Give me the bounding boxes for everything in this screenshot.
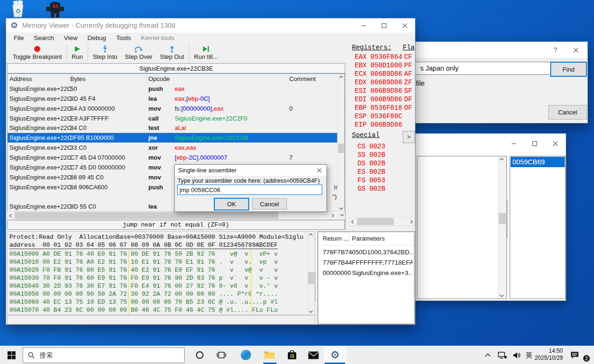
help-icon[interactable]: ? xyxy=(551,46,560,54)
volume-icon[interactable] xyxy=(510,346,524,364)
cheat-engine-64-desktop-icon[interactable]: 64 xyxy=(44,1,66,18)
minimize-icon[interactable] xyxy=(504,137,524,151)
hexadecimal-view[interactable]: Protect:Read Only AllocationBase=0037000… xyxy=(7,231,315,315)
file-explorer-icon[interactable] xyxy=(259,346,280,364)
menu-item-view[interactable]: View xyxy=(64,34,78,41)
stack-col-parameters[interactable]: Parameters xyxy=(352,235,385,242)
recycle-bin-icon[interactable]: ♻ xyxy=(8,0,28,18)
menu-item-debug[interactable]: Debug xyxy=(88,34,106,41)
start-button[interactable] xyxy=(0,346,23,364)
disasm-row[interactable]: SiglusEngine.exe+22CE8 A3F7FFFFcallSiglu… xyxy=(8,113,337,123)
hex-row[interactable]: 00A15070 40 B4 23 6C 00 00 00 00 B0 46 4… xyxy=(9,307,278,314)
step-out-button[interactable]: Step Out xyxy=(156,43,188,63)
current-address-bar[interactable]: SiglusEngine.exe+22CB3E xyxy=(7,63,345,73)
hex-row[interactable]: 00A15000 A0 DE 91 76 40 E0 91 76 80 DE 9… xyxy=(9,251,278,258)
segment-ds[interactable]: DS 002B xyxy=(358,160,385,167)
register-esp[interactable]: ESP 0536F80C xyxy=(355,113,402,120)
cheat-engine-taskbar-icon[interactable]: ⚙ xyxy=(324,346,346,364)
hex-row[interactable]: 00A15010 00 E2 91 76 A0 E2 91 76 10 E1 9… xyxy=(9,259,278,266)
maximize-icon[interactable] xyxy=(374,18,394,32)
segment-es[interactable]: ES 002B xyxy=(358,168,385,176)
taskbar-search-box[interactable]: 搜索 xyxy=(23,348,185,363)
mail-icon[interactable] xyxy=(303,346,324,364)
run-button[interactable]: Run xyxy=(68,43,87,63)
segment-cs[interactable]: CS 0023 xyxy=(358,143,385,150)
stack-col-return[interactable]: Return ... xyxy=(323,235,349,242)
register-edx[interactable]: EDX 006B9D86 xyxy=(355,79,402,86)
minimize-icon[interactable] xyxy=(353,18,374,32)
register-ebx[interactable]: EBX 050D1000 xyxy=(355,62,402,69)
tray-expand-icon[interactable] xyxy=(480,346,495,364)
hex-row[interactable]: 00A15030 70 F0 91 76 60 E9 91 76 F0 E9 9… xyxy=(9,275,278,282)
disasm-row[interactable]: SiglusEngine.exe+22C8D 45 F4leaeax,[ebp-… xyxy=(8,94,337,104)
register-panel-splitter[interactable] xyxy=(345,73,348,229)
stack-parameters[interactable]: SiglusEngine.exe+3... xyxy=(352,269,413,276)
registers-horizontal-scrollbar[interactable] xyxy=(349,217,415,226)
disassembly-vertical-scrollbar[interactable] xyxy=(337,74,344,211)
address-list-item-selected[interactable]: 0059CB69 xyxy=(511,157,565,167)
disasm-row[interactable]: SiglusEngine.exe+22CC7 45 D4 07000000mov… xyxy=(8,153,337,162)
register-ebp[interactable]: EBP 0536F818 xyxy=(355,104,402,112)
ok-button[interactable]: OK xyxy=(214,198,249,210)
edge-browser-icon[interactable] xyxy=(236,346,256,364)
cortana-button[interactable] xyxy=(189,346,210,364)
stack-parameters[interactable]: FFFFFFFF,77718EFA,... xyxy=(352,259,413,266)
address-list-pane[interactable]: 0059CB69 xyxy=(510,156,566,299)
menu-item-tools[interactable]: Tools xyxy=(116,34,131,41)
disasm-row[interactable]: SiglusEngine.exe+22C33 C0xoreax,eax xyxy=(8,143,337,153)
col-bytes[interactable]: Bytes xyxy=(70,75,86,82)
close-icon[interactable] xyxy=(314,166,325,174)
segment-fs[interactable]: FS 0053 xyxy=(358,177,385,184)
flag-pf[interactable]: PF xyxy=(404,62,412,69)
segment-ss[interactable]: SS 002B xyxy=(358,151,385,159)
cancel-button[interactable]: Cancel xyxy=(252,198,287,210)
flag-af[interactable]: AF xyxy=(404,70,412,78)
flag-sf[interactable]: SF xyxy=(404,87,412,95)
register-eax[interactable]: EAX 0536F864 xyxy=(355,53,402,61)
disassembly-horizontal-scrollbar[interactable] xyxy=(7,211,346,220)
step-into-button[interactable]: Step Into xyxy=(89,43,121,63)
register-eip[interactable]: EIP 006B9D86 xyxy=(355,121,402,129)
run-till-button[interactable]: Run till... xyxy=(190,43,222,63)
register-esi[interactable]: ESI 006B9D86 xyxy=(355,87,402,95)
notification-center-icon[interactable] xyxy=(567,346,583,364)
microsoft-store-icon[interactable] xyxy=(282,346,302,364)
memory-record-pane[interactable] xyxy=(417,156,507,299)
menu-item-file[interactable]: File xyxy=(14,34,24,41)
flag-of[interactable]: OF xyxy=(404,104,412,112)
assembler-code-input[interactable] xyxy=(177,185,322,195)
stack-parameters[interactable]: 050D1000,37642BD... xyxy=(352,249,413,256)
hex-vertical-scrollbar[interactable] xyxy=(307,232,315,315)
disasm-row[interactable]: SiglusEngine.exe+22C0F85 B1000000jneSigl… xyxy=(8,133,337,143)
col-comment[interactable]: Comment xyxy=(289,75,316,82)
stack-return-address[interactable]: 776F7B44 xyxy=(323,259,352,266)
close-icon[interactable] xyxy=(545,137,566,151)
find-cancel-button[interactable]: Cancel xyxy=(548,105,587,120)
maximize-icon[interactable] xyxy=(524,137,545,151)
expand-registers-button[interactable]: > xyxy=(403,131,415,143)
hex-row[interactable]: 00A15020 F0 FB 91 76 80 E5 91 76 40 E2 9… xyxy=(9,267,278,274)
col-address[interactable]: Address xyxy=(9,75,32,82)
flag-cf[interactable]: CF xyxy=(404,53,412,61)
register-ecx[interactable]: ECX 006B9D86 xyxy=(355,70,402,78)
hex-row[interactable]: 00A15050 00 00 00 00 90 50 2A 72 30 92 2… xyxy=(9,291,278,298)
menu-item-kernel-tools[interactable]: Kernel tools xyxy=(141,34,174,41)
taskbar-clock[interactable]: 14:50 2025/10/29 xyxy=(531,348,563,362)
find-button[interactable]: Find xyxy=(550,62,587,77)
find-search-input[interactable]: s Japan only xyxy=(408,62,558,75)
flag-df[interactable]: DF xyxy=(404,96,412,103)
disasm-row[interactable]: SiglusEngine.exe+22C50pusheax xyxy=(8,84,337,94)
close-icon[interactable] xyxy=(568,43,584,57)
task-view-button[interactable] xyxy=(211,346,232,364)
toggle-breakpoint-button[interactable]: Toggle Breakpoint xyxy=(9,43,65,63)
vertical-scrollbar[interactable] xyxy=(498,156,506,299)
hex-row[interactable]: 00A15060 40 EC 13 75 10 ED 13 75 00 00 0… xyxy=(9,299,278,306)
menu-item-search[interactable]: Search xyxy=(34,34,54,41)
segment-gs[interactable]: GS 002B xyxy=(358,185,385,193)
disasm-row[interactable]: SiglusEngine.exe+22C84 C0testal,al xyxy=(8,123,337,133)
step-over-button[interactable]: Step Over xyxy=(121,43,156,63)
col-opcode[interactable]: Opcode xyxy=(148,75,170,82)
register-edi[interactable]: EDI 006B9D86 xyxy=(355,96,402,103)
flag-zf[interactable]: ZF xyxy=(404,79,412,86)
stack-view[interactable]: Return ... Parameters 776F7B74050D1000,3… xyxy=(317,231,415,324)
